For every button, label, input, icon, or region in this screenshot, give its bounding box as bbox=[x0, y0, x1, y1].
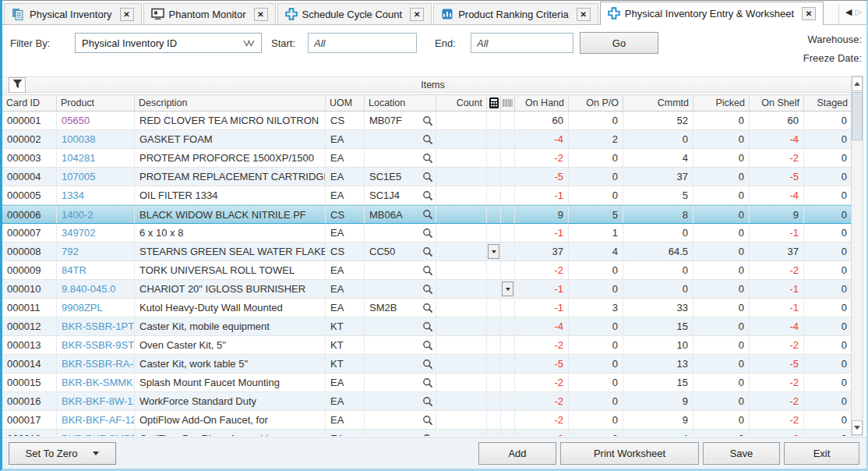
product-link[interactable]: BKR-5SBR-RA-P... bbox=[57, 355, 135, 373]
table-row[interactable]: 00000984TRTORK UNIVERSAL ROLL TOWELEA-20… bbox=[2, 261, 851, 280]
count-cell[interactable] bbox=[436, 149, 487, 167]
product-link[interactable]: 9908ZPL bbox=[57, 299, 135, 317]
add-button[interactable]: Add bbox=[478, 442, 556, 465]
barcode-icon[interactable] bbox=[501, 95, 515, 111]
column-header-picked[interactable]: Picked bbox=[693, 95, 750, 111]
table-row[interactable]: 000015BKR-BK-SMMK...Splash Mount Faucet … bbox=[2, 374, 851, 392]
count-cell[interactable] bbox=[436, 168, 487, 186]
magnifier-icon[interactable] bbox=[422, 265, 433, 276]
magnifier-icon[interactable] bbox=[422, 284, 433, 295]
count-cell[interactable] bbox=[436, 317, 487, 335]
count-cell[interactable] bbox=[436, 112, 487, 129]
column-header-cmmtd[interactable]: Cmmtd bbox=[623, 95, 693, 111]
magnifier-icon[interactable] bbox=[422, 115, 433, 126]
tab-scroll-right-icon[interactable]: ▷ bbox=[856, 8, 862, 16]
table-row[interactable]: 0000073497026 x 10 x 8EA-1100-10 bbox=[2, 224, 851, 243]
tab-close-icon[interactable]: ✕ bbox=[120, 8, 134, 21]
count-cell[interactable] bbox=[436, 130, 487, 148]
column-header-on-hand[interactable]: On Hand bbox=[515, 95, 569, 111]
table-row[interactable]: 000014BKR-5SBR-RA-P...Caster Kit, work t… bbox=[2, 355, 851, 374]
product-link[interactable]: 05650 bbox=[57, 112, 135, 129]
count-cell[interactable] bbox=[436, 336, 487, 354]
product-link[interactable]: BKR-5SBR-9ST-... bbox=[57, 336, 135, 354]
count-cell[interactable] bbox=[436, 411, 487, 429]
product-link[interactable]: 1334 bbox=[57, 186, 135, 204]
print-worksheet-button[interactable]: Print Worksheet bbox=[560, 442, 699, 465]
column-header-on-p-o[interactable]: On P/O bbox=[569, 95, 623, 111]
magnifier-icon[interactable] bbox=[422, 134, 433, 145]
count-cell[interactable] bbox=[436, 224, 487, 242]
magnifier-icon[interactable] bbox=[422, 303, 433, 313]
product-link[interactable]: 9.840-045.0 bbox=[57, 280, 135, 298]
product-link[interactable]: BKR-BKF-AF-12... bbox=[57, 411, 135, 429]
product-link[interactable]: BKR-5SBR-1PT-... bbox=[57, 317, 135, 335]
scroll-up-button[interactable] bbox=[852, 76, 863, 91]
exit-button[interactable]: Exit bbox=[784, 442, 859, 465]
magnifier-icon[interactable] bbox=[422, 246, 433, 257]
table-row[interactable]: 000004107005PROTEAM REPLACEMENT CARTRIDG… bbox=[2, 168, 851, 186]
count-cell[interactable] bbox=[436, 243, 487, 260]
product-link[interactable]: BKR-BKF-SMPP... bbox=[57, 430, 135, 436]
product-link[interactable]: 349702 bbox=[57, 224, 135, 242]
product-link[interactable]: 792 bbox=[57, 243, 135, 260]
save-button[interactable]: Save bbox=[703, 442, 780, 465]
magnifier-icon[interactable] bbox=[422, 153, 433, 164]
product-link[interactable]: 1400-2 bbox=[57, 206, 135, 223]
table-row[interactable]: 000017BKR-BKF-AF-12...OptiFlow Add-On Fa… bbox=[2, 411, 851, 430]
cell-dropdown-button[interactable] bbox=[502, 282, 513, 296]
tab-phantom-monitor[interactable]: Phantom Monitor✕ bbox=[143, 3, 276, 24]
product-link[interactable]: BKR-BKF-8W-1... bbox=[57, 392, 135, 410]
cell-dropdown-button[interactable] bbox=[488, 244, 499, 259]
table-row[interactable]: 000013BKR-5SBR-9ST-...Oven Caster Kit, 5… bbox=[2, 336, 851, 355]
magnifier-icon[interactable] bbox=[422, 321, 433, 332]
column-header-on-shelf[interactable]: On Shelf bbox=[750, 95, 804, 111]
magnifier-icon[interactable] bbox=[422, 172, 433, 182]
tab-close-icon[interactable]: ✕ bbox=[802, 7, 816, 20]
magnifier-icon[interactable] bbox=[422, 377, 433, 388]
column-header-count[interactable]: Count bbox=[436, 95, 487, 111]
product-link[interactable]: 107005 bbox=[57, 168, 135, 186]
table-row[interactable]: 000018BKR-BKF-SMPP...OptiFlow Pre-Rinse … bbox=[2, 430, 851, 436]
count-cell[interactable] bbox=[436, 299, 487, 317]
table-row[interactable]: 00000105650RED CLOVER TEA MICRO NILOTRON… bbox=[2, 112, 851, 130]
tab-physical-inventory[interactable]: Physical Inventory✕ bbox=[4, 3, 142, 24]
table-row[interactable]: 000008792STEARNS GREEN SEAL WATER FLAKEC… bbox=[2, 243, 851, 261]
tab-schedule-cycle-count[interactable]: Schedule Cycle Count✕ bbox=[277, 3, 432, 24]
magnifier-icon[interactable] bbox=[422, 415, 433, 426]
tab-physical-inventory-entry-worksheet[interactable]: Physical Inventory Entry & Worksheet✕ bbox=[600, 2, 824, 25]
grid-header[interactable]: Card IDProductDescriptionUOMLocationCoun… bbox=[2, 94, 851, 112]
end-input[interactable] bbox=[471, 33, 573, 53]
magnifier-icon[interactable] bbox=[422, 340, 433, 351]
vertical-scrollbar[interactable] bbox=[851, 76, 863, 436]
column-header-location[interactable]: Location bbox=[365, 95, 436, 111]
tab-close-icon[interactable]: ✕ bbox=[577, 8, 591, 21]
tab-scroll-left-icon[interactable]: ◀ bbox=[845, 8, 852, 16]
scrollbar-thumb[interactable] bbox=[852, 92, 863, 140]
table-row[interactable]: 0000051334OIL FILTER 1334EASC1J4-1050-40 bbox=[2, 186, 851, 205]
column-header-description[interactable]: Description bbox=[135, 95, 326, 111]
count-cell[interactable] bbox=[436, 261, 487, 279]
product-link[interactable]: 104281 bbox=[57, 149, 135, 167]
calculator-icon[interactable] bbox=[487, 95, 501, 111]
tab-product-ranking-criteria[interactable]: Product Ranking Criteria✕ bbox=[433, 3, 598, 24]
table-row[interactable]: 000002100038GASKET FOAMEA-4200-40 bbox=[2, 130, 851, 149]
filter-by-dropdown[interactable]: Physical Inventory ID bbox=[75, 33, 262, 53]
product-link[interactable]: BKR-BK-SMMK... bbox=[57, 374, 135, 391]
table-row[interactable]: 0000061400-2BLACK WIDOW BLACK NITRILE PF… bbox=[2, 205, 851, 224]
start-input[interactable] bbox=[308, 33, 417, 53]
table-row[interactable]: 000003104281PROTEAM PROFORCE 1500XP/1500… bbox=[2, 149, 851, 168]
magnifier-icon[interactable] bbox=[422, 228, 433, 239]
tab-close-icon[interactable]: ✕ bbox=[254, 8, 268, 21]
set-to-zero-button[interactable]: Set To Zero bbox=[9, 442, 116, 465]
go-button[interactable]: Go bbox=[580, 32, 658, 54]
count-cell[interactable] bbox=[436, 374, 487, 391]
table-row[interactable]: 0000109.840-045.0CHARIOT 20" IGLOSS BURN… bbox=[2, 280, 851, 299]
magnifier-icon[interactable] bbox=[422, 359, 433, 370]
count-cell[interactable] bbox=[436, 206, 487, 223]
table-row[interactable]: 000016BKR-BKF-8W-1...WorkForce Standard … bbox=[2, 392, 851, 411]
filter-funnel-button[interactable] bbox=[9, 77, 26, 93]
scroll-down-button[interactable] bbox=[852, 420, 863, 435]
magnifier-icon[interactable] bbox=[422, 396, 433, 407]
count-cell[interactable] bbox=[436, 430, 487, 436]
tab-close-icon[interactable]: ✕ bbox=[410, 8, 424, 21]
